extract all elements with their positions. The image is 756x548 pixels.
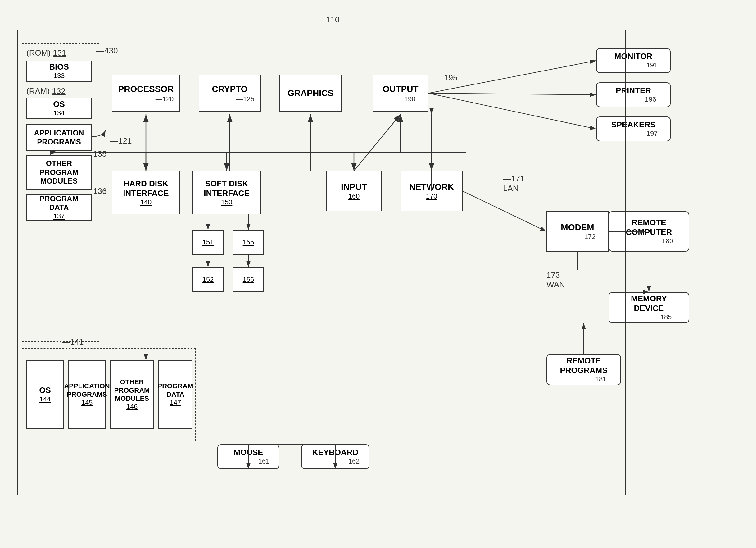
- bottom-storage-panel: [22, 348, 196, 441]
- ref-110: 110: [326, 15, 339, 25]
- memory-panel: [22, 43, 99, 342]
